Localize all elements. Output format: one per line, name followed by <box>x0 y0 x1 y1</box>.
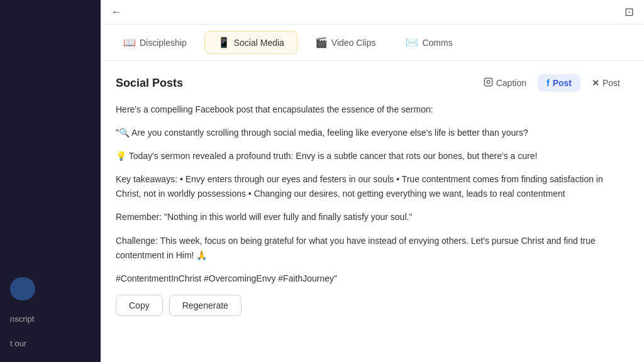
tab-discipleship[interactable]: 📖 Discipleship <box>111 31 199 53</box>
tab-social-media[interactable]: 📱 Social Media <box>204 31 297 54</box>
fb-post-tab[interactable]: f Post <box>538 74 580 92</box>
svg-rect-0 <box>484 78 492 86</box>
regenerate-button[interactable]: Regenerate <box>169 295 242 316</box>
tab-video-clips-label: Video Clips <box>331 38 376 48</box>
tab-navigation: 📖 Discipleship 📱 Social Media 🎬 Video Cl… <box>101 25 644 61</box>
section-header: Social Posts Caption f Post ✕ Post <box>116 74 629 92</box>
post-line5: Challenge: This week, focus on being gra… <box>116 234 629 263</box>
post-intro: Here's a compelling Facebook post that e… <box>116 102 629 117</box>
facebook-icon: f <box>547 78 550 88</box>
post-hashtags: #ContentmentInChrist #OvercomingEnvy #Fa… <box>116 272 629 286</box>
sidebar: nscript t our <box>0 0 101 362</box>
tab-video-clips[interactable]: 🎬 Video Clips <box>303 31 389 53</box>
video-clips-icon: 🎬 <box>315 36 328 48</box>
action-buttons: Copy Regenerate <box>116 295 629 316</box>
tab-comms-label: Comms <box>422 38 452 48</box>
sidebar-transcript: nscript <box>0 307 101 331</box>
svg-point-1 <box>487 80 490 84</box>
copy-button[interactable]: Copy <box>116 295 163 316</box>
x-icon: ✕ <box>592 78 599 88</box>
caption-tab-label: Caption <box>496 78 526 88</box>
tab-discipleship-label: Discipleship <box>140 38 187 48</box>
comms-icon: ✉️ <box>406 36 418 48</box>
expand-button[interactable]: ⊡ <box>625 5 634 19</box>
post-tab-group: Caption f Post ✕ Post <box>475 74 629 92</box>
back-button[interactable]: ← <box>111 6 122 19</box>
content-area: Social Posts Caption f Post ✕ Post <box>101 61 644 362</box>
sidebar-bubble <box>10 277 35 300</box>
social-media-icon: 📱 <box>218 36 230 48</box>
tab-social-media-label: Social Media <box>234 38 284 48</box>
section-title: Social Posts <box>116 77 183 90</box>
post-line2: 💡 Today's sermon revealed a profound tru… <box>116 149 629 163</box>
discipleship-icon: 📖 <box>123 36 136 48</box>
post-line1: "🔍 Are you constantly scrolling through … <box>116 126 629 140</box>
sidebar-our: t our <box>0 331 101 356</box>
post-line3: Key takeaways: • Envy enters through our… <box>116 172 629 201</box>
tab-comms[interactable]: ✉️ Comms <box>393 31 465 53</box>
x-post-tab-label: Post <box>602 78 620 88</box>
main-panel: ← ⊡ 📖 Discipleship 📱 Social Media 🎬 Vide… <box>101 0 644 362</box>
caption-icon <box>484 77 493 89</box>
post-line4: Remember: "Nothing in this world will ev… <box>116 210 629 224</box>
caption-tab[interactable]: Caption <box>475 74 535 92</box>
fb-post-tab-label: Post <box>553 78 572 88</box>
top-bar: ← ⊡ <box>101 0 644 25</box>
post-body: Here's a compelling Facebook post that e… <box>116 102 629 286</box>
x-post-tab[interactable]: ✕ Post <box>583 74 629 92</box>
